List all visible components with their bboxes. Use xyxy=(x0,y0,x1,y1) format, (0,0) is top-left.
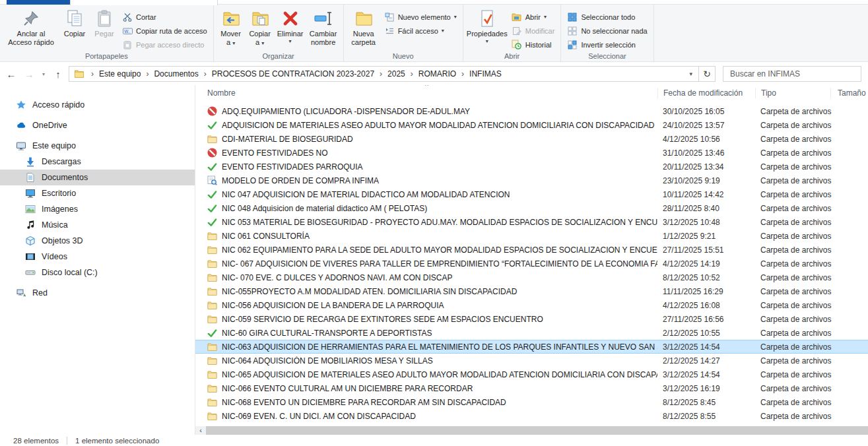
sidebar-item[interactable]: Red xyxy=(0,285,195,301)
breadcrumb-item[interactable]: › INFIMAS xyxy=(456,69,502,79)
file-row[interactable]: ADQUISICION DE MATERIALES ASEO ADULTO MA… xyxy=(195,118,868,132)
paste-shortcut-button: Pegar acceso directo xyxy=(119,38,211,51)
file-date-modified: 8/12/2025 8:45 xyxy=(657,398,755,407)
address-dropdown-caret-icon[interactable]: ▾ xyxy=(683,71,698,77)
file-rows: ADQ.EQUIPAMIENTO (LICUADORA -DISPENSADOR… xyxy=(195,101,868,423)
copy-button[interactable]: Copiar xyxy=(59,7,90,49)
file-row[interactable]: NIC-069 EVEN. C. UN DICI. AM CON DISCAPA… xyxy=(195,409,868,423)
file-row[interactable]: NIC 053 MATERIAL DE BIOSEGURIDAD - PROYE… xyxy=(195,215,868,229)
breadcrumb-item[interactable]: › 2025 xyxy=(374,69,405,79)
file-row[interactable]: NIC- 070 EVE. C DULCES Y ADORNOS NAVI. A… xyxy=(195,271,868,284)
up-button[interactable]: ↑ xyxy=(51,69,65,80)
open-folder-icon xyxy=(512,12,522,22)
file-row[interactable]: CDI-MATERIAL DE BIOSEGURIDAD 4/12/2025 1… xyxy=(195,132,868,146)
breadcrumb-separator-icon: › xyxy=(199,69,212,79)
file-row[interactable]: MODELO DE ORDEN DE COMPRA INFIMA 23/10/2… xyxy=(195,174,868,187)
file-row[interactable]: NIC-064 ADQUISICIÓN DE MOBILIARIOS MESA … xyxy=(195,354,868,367)
new-folder-button[interactable]: Nueva carpeta xyxy=(347,7,381,49)
sidebar-item[interactable]: Acceso rápido xyxy=(0,97,195,113)
file-row[interactable]: EVENTO FESTIVIDADES PARROQUIA 20/11/2025… xyxy=(195,160,868,174)
new-item-button[interactable]: Nuevo elemento ▾ xyxy=(381,10,460,24)
easy-access-button[interactable]: Fácil acceso ▾ xyxy=(381,24,460,38)
column-header-date[interactable]: Fecha de modificación xyxy=(657,88,755,98)
file-row[interactable]: NIC-056 ADQUISICION DE LA BANDERA DE LA … xyxy=(195,298,868,312)
breadcrumb-label: PROCESOS DE CONTRATACION 2023-2027 xyxy=(212,69,374,79)
file-row[interactable]: NIC-066 EVENTO CULTURAL AM UN DICIEMBRE … xyxy=(195,381,868,395)
tab-archivo[interactable] xyxy=(7,0,70,5)
file-row[interactable]: NIC- 067 ADQUISICION DE VIVERES PARA TAL… xyxy=(195,257,868,271)
delete-button[interactable]: Eliminar▾ xyxy=(275,7,306,49)
file-row[interactable]: NIC 062 EQUIPAMIENTO PARA LA SEDE DEL AD… xyxy=(195,243,868,257)
select-all-button[interactable]: Seleccionar todo xyxy=(564,10,650,24)
breadcrumb-item[interactable]: › Este equipo xyxy=(86,69,141,79)
select-none-button[interactable]: No seleccionar nada xyxy=(564,24,650,38)
copy-path-button[interactable]: W.. Copiar ruta de acceso xyxy=(119,24,211,38)
file-row-icon xyxy=(207,162,217,172)
search-input[interactable] xyxy=(725,69,859,79)
file-type: Carpeta de archivos xyxy=(755,190,830,199)
breadcrumb-item[interactable]: › Documentos xyxy=(141,69,198,79)
file-row[interactable]: NIC 061 CONSULTORÍA 1/12/2025 9:21 Carpe… xyxy=(195,229,868,243)
file-row[interactable]: EVENTO FESTIVIDADES NO 31/10/2025 13:46 … xyxy=(195,146,868,160)
file-row[interactable]: NIC-065 ADQUISICION DE MATERIALES ASEO A… xyxy=(195,367,868,381)
file-row[interactable]: NIC-059 SERVICIO DE RECARGA DE EXTINTORE… xyxy=(195,312,868,326)
file-row[interactable]: NIC 047 ADQUISICION DE MATERIAL DIDACTIC… xyxy=(195,187,868,201)
rename-button[interactable]: Cambiar nombre xyxy=(306,7,341,49)
file-row[interactable]: NIC-60 GIRA CULTURAL-TRANSPORTE A DEPORT… xyxy=(195,326,868,340)
move-to-button[interactable]: Mover a ▾ xyxy=(217,7,246,49)
sidebar-item[interactable]: Objetos 3D xyxy=(0,233,195,249)
sidebar-item[interactable]: Escritorio xyxy=(0,185,195,201)
tab-inicio-active[interactable] xyxy=(70,0,218,5)
pin-to-quick-access-button[interactable]: Anclar al Acceso rápido xyxy=(3,7,59,49)
file-type: Carpeta de archivos xyxy=(755,287,830,296)
invert-selection-button[interactable]: Invertir selección xyxy=(564,38,650,51)
sidebar-item[interactable]: Descargas xyxy=(0,154,195,170)
delete-label: Eliminar xyxy=(277,30,304,38)
sidebar-item[interactable]: Vídeos xyxy=(0,249,195,265)
sidebar-item[interactable]: Este equipo xyxy=(0,138,195,154)
sidebar-item[interactable]: Documentos xyxy=(0,170,195,185)
sidebar-item[interactable]: Disco local (C:) xyxy=(0,265,195,280)
back-button[interactable]: ← xyxy=(4,69,18,80)
file-row[interactable]: ADQ.EQUIPAMIENTO (LICUADORA -DISPENSADOR… xyxy=(195,104,868,118)
file-row[interactable]: NIC-055PROYECTO A.M MODALIDAD ATEN. DOMI… xyxy=(195,284,868,298)
sidebar-item[interactable]: OneDrive xyxy=(0,117,195,133)
sidebar-item-label: Este equipo xyxy=(32,141,76,150)
file-date-modified: 27/11/2025 15:51 xyxy=(657,245,755,255)
history-icon xyxy=(512,40,522,50)
breadcrumb-item[interactable]: › ROMARIO xyxy=(405,69,456,79)
file-row-icon xyxy=(207,148,217,158)
copy-to-button[interactable]: Copiar a ▾ xyxy=(246,7,275,49)
sidebar-item[interactable]: Música xyxy=(0,217,195,233)
file-row-icon xyxy=(207,411,217,421)
file-row-icon xyxy=(207,203,217,213)
column-header-type[interactable]: Tipo xyxy=(755,88,830,98)
easy-access-label: Fácil acceso xyxy=(398,27,438,35)
column-header-size[interactable]: Tamaño xyxy=(830,88,868,98)
address-box[interactable]: › Este equipo › Documentos › PROCESOS DE… xyxy=(69,66,699,82)
open-caret-icon: ▾ xyxy=(544,15,547,20)
refresh-button[interactable]: ↻ xyxy=(698,66,716,82)
horizontal-scrollbar[interactable]: ‹ xyxy=(195,426,868,435)
open-button[interactable]: Abrir ▾ xyxy=(508,10,558,24)
recent-locations-caret-icon[interactable]: ▾ xyxy=(40,71,48,77)
history-button[interactable]: Historial xyxy=(508,38,558,51)
cut-button[interactable]: Cortar xyxy=(119,10,211,24)
scroll-left-arrow-icon[interactable]: ‹ xyxy=(195,426,206,435)
file-row[interactable]: NIC-068 EVENTO UN DICIEMBRE PARA RECORDA… xyxy=(195,395,868,409)
sidebar-item-label: Documentos xyxy=(42,173,88,182)
file-name: NIC-063 ADQUISICION DE HERRAMIENTAS PARA… xyxy=(222,342,657,352)
sidebar-item[interactable]: Imágenes xyxy=(0,201,195,217)
paste-icon xyxy=(94,9,114,28)
file-date-modified: 8/12/2025 8:55 xyxy=(657,412,755,421)
file-row[interactable]: NIC 048 Adquisicion de material didactic… xyxy=(195,201,868,215)
properties-button[interactable]: Propiedades▾ xyxy=(466,7,508,49)
breadcrumb-item[interactable]: › PROCESOS DE CONTRATACION 2023-2027 xyxy=(199,69,374,79)
file-name: ADQ.EQUIPAMIENTO (LICUADORA -DISPENSADOR… xyxy=(222,107,657,116)
file-type: Carpeta de archivos xyxy=(755,232,830,241)
invert-selection-label: Invertir selección xyxy=(581,41,636,49)
file-row[interactable]: NIC-063 ADQUISICION DE HERRAMIENTAS PARA… xyxy=(195,340,868,354)
scrollbar-thumb[interactable] xyxy=(206,426,868,435)
copy-path-label: Copiar ruta de acceso xyxy=(136,27,207,35)
ribbon-group-select: Seleccionar todo No seleccionar nada Inv… xyxy=(561,5,653,61)
